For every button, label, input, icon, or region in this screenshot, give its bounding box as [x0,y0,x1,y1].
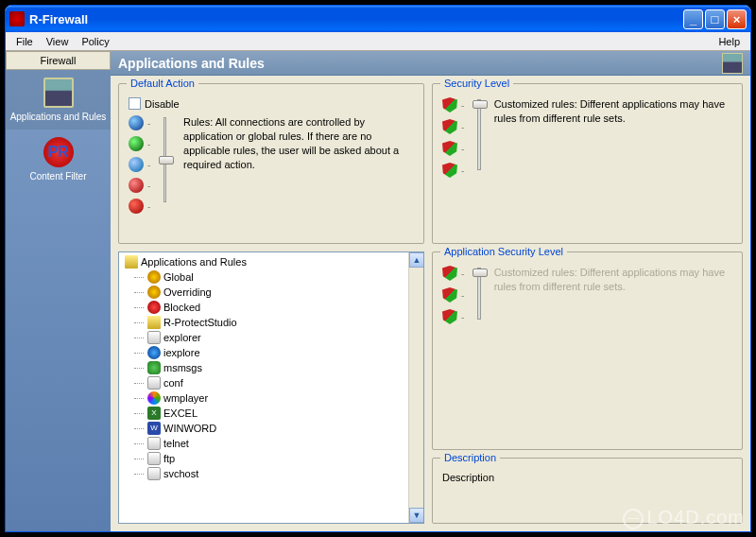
shield-icon [442,266,457,281]
security-level-slider[interactable] [477,99,480,170]
app-security-level-group: Application Security Level - - - Customi… [432,251,743,450]
minimize-button[interactable]: _ [683,9,703,29]
page-title: Applications and Rules [118,56,265,71]
menubar: File View Policy Help [6,32,750,51]
tree-item[interactable]: conf [121,375,421,390]
monitor-icon [43,78,74,108]
tree-item[interactable]: svchost [121,466,421,481]
gear-icon [147,270,161,284]
tree-item[interactable]: msmsgs [121,360,421,375]
app-icon [147,467,161,480]
wmp-icon [147,391,161,405]
disable-label: Disable [145,98,180,110]
sidebar-item-content-filter[interactable]: PR Content Filter [6,130,111,189]
tree-item[interactable]: iexplore [121,345,421,360]
level-icon [129,136,144,151]
app-icon [147,331,161,344]
menu-policy[interactable]: Policy [75,34,115,49]
app-icon [147,452,161,465]
header-monitor-icon [722,53,743,74]
tree-item[interactable]: WWINWORD [121,421,421,436]
disable-row[interactable]: Disable [129,97,414,110]
app-security-desc: Customized rules: Different applications… [494,266,732,294]
slider-thumb[interactable] [472,268,488,277]
level-icon [129,157,144,172]
scroll-up-button[interactable]: ▲ [409,252,424,268]
tree-item[interactable]: ftp [121,451,421,466]
description-text: Description [442,472,732,483]
disable-checkbox[interactable] [129,97,141,110]
level-icon [129,199,144,214]
tree-container: Applications and Rules Global Overriding… [118,251,424,524]
shield-icon [442,141,457,156]
security-level-group: Security Level - - - - Customized rules:… [432,83,743,244]
tree-item[interactable]: explorer [121,330,421,345]
app-icon [147,437,161,450]
window-buttons: _ □ × [683,9,747,29]
default-action-legend: Default Action [127,78,198,89]
shield-icon [442,97,457,113]
shield-icon [442,287,457,303]
close-button[interactable]: × [727,9,747,29]
word-icon: W [147,422,161,435]
tree-item[interactable]: XEXCEL [121,406,421,421]
tree-item[interactable]: telnet [121,436,421,451]
sidebar-item-apps-rules[interactable]: Applications and Rules [6,70,111,130]
app-icon [9,11,25,26]
sidebar: Firewall Applications and Rules PR Conte… [6,51,111,531]
content-area: Firewall Applications and Rules PR Conte… [6,51,750,531]
page-header: Applications and Rules [111,51,750,76]
shield-icon [442,309,457,324]
gear-icon [147,286,161,299]
ie-icon [147,346,161,359]
tree-scrollbar[interactable]: ▲ ▼ [408,252,423,523]
menu-help[interactable]: Help [712,34,747,49]
sidebar-header: Firewall [6,51,111,70]
app-window: R-Firewall _ □ × File View Policy Help F… [5,5,751,532]
main-panel: Applications and Rules Default Action Di… [111,51,750,531]
app-icon [147,376,161,390]
excel-icon: X [147,407,161,420]
sidebar-item-label: Applications and Rules [10,112,107,122]
pr-icon: PR [43,137,74,167]
tree-item[interactable]: Blocked [121,300,421,315]
menu-view[interactable]: View [40,34,76,49]
default-action-slider[interactable] [163,117,166,202]
description-group: Description Description [432,458,743,524]
tree-panel: Applications and Rules Global Overriding… [118,251,424,524]
description-legend: Description [440,452,500,463]
msn-icon [147,361,161,374]
security-level-legend: Security Level [440,78,513,89]
folder-icon [125,255,138,268]
scroll-down-button[interactable]: ▼ [409,508,424,523]
tree-root[interactable]: Applications and Rules [121,254,421,269]
tree-item[interactable]: Overriding [121,285,421,300]
menu-file[interactable]: File [9,34,40,49]
folder-icon [147,316,161,329]
level-icon [129,115,144,130]
maximize-button[interactable]: □ [705,9,725,29]
app-security-level-legend: Application Security Level [440,246,567,257]
default-action-desc: Rules: All connections are controlled by… [180,115,414,214]
default-action-group: Default Action Disable - - - - - [118,83,424,244]
tree[interactable]: Applications and Rules Global Overriding… [119,252,423,483]
shield-icon [442,119,457,134]
app-security-slider[interactable] [477,268,480,320]
tree-item[interactable]: wmplayer [121,390,421,406]
level-icon [129,178,144,193]
security-level-desc: Customized rules: Different applications… [494,97,732,126]
tree-item[interactable]: Global [121,269,421,285]
window-title: R-Firewall [29,12,683,26]
titlebar[interactable]: R-Firewall _ □ × [6,6,750,32]
block-icon [147,301,161,314]
slider-thumb[interactable] [472,100,488,109]
shield-icon [442,163,457,178]
sidebar-item-label: Content Filter [29,171,86,182]
slider-thumb[interactable] [159,156,174,165]
tree-item[interactable]: R-ProtectStudio [121,315,421,330]
default-action-levels: - - - - - [129,115,150,214]
